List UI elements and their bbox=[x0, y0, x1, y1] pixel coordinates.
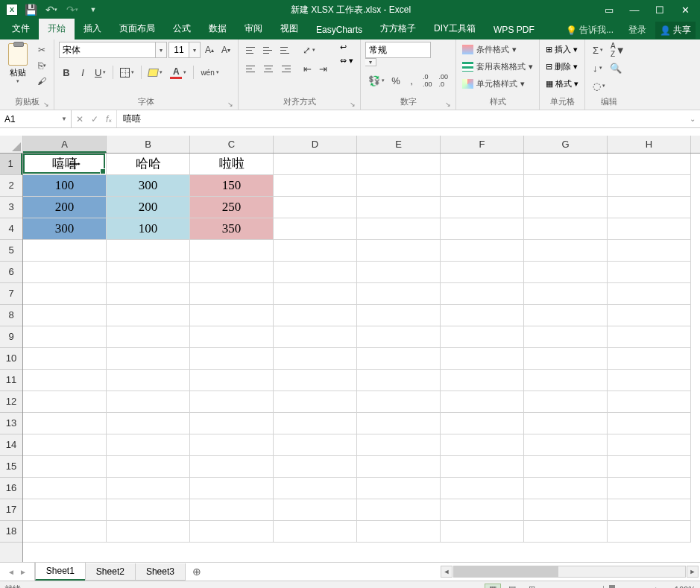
cell-G2[interactable] bbox=[524, 175, 608, 197]
cell-H9[interactable] bbox=[608, 326, 691, 348]
sort-filter-button[interactable]: AZ▼ bbox=[608, 42, 628, 58]
cell-H6[interactable] bbox=[608, 262, 691, 283]
close-button[interactable]: ✕ bbox=[673, 1, 697, 18]
cell-F11[interactable] bbox=[441, 370, 524, 391]
cell-A15[interactable] bbox=[23, 456, 107, 478]
delete-cells-button[interactable]: ⊟删除▾ bbox=[544, 59, 579, 75]
row-header-12[interactable]: 12 bbox=[0, 391, 22, 413]
format-painter-button[interactable]: 🖌 bbox=[34, 75, 49, 88]
cell-F2[interactable] bbox=[441, 175, 524, 197]
cell-B13[interactable] bbox=[107, 413, 190, 434]
cell-E7[interactable] bbox=[357, 283, 441, 305]
page-break-view-button[interactable]: ⊞ bbox=[523, 584, 540, 589]
row-header-15[interactable]: 15 bbox=[0, 456, 22, 478]
orientation-button[interactable]: ⤢▾ bbox=[300, 42, 318, 58]
cell-H8[interactable] bbox=[608, 305, 691, 326]
number-format-combo[interactable]: ▾ bbox=[365, 42, 431, 66]
cell-D4[interactable] bbox=[274, 218, 357, 240]
merge-center-button[interactable]: ⇔▾ bbox=[338, 55, 356, 66]
new-sheet-button[interactable]: ⊕ bbox=[185, 563, 209, 581]
row-header-13[interactable]: 13 bbox=[0, 413, 22, 434]
zoom-level[interactable]: 160% bbox=[666, 585, 696, 589]
column-header-B[interactable]: B bbox=[107, 136, 190, 153]
cell-A6[interactable] bbox=[23, 262, 107, 283]
cell-D3[interactable] bbox=[274, 197, 357, 218]
cells-area[interactable]: 嘻嘻哈哈啦啦100300150200200250300100350 bbox=[23, 154, 700, 562]
cell-E4[interactable] bbox=[357, 218, 441, 240]
align-bottom-button[interactable] bbox=[277, 42, 294, 58]
increase-decimal-button[interactable]: .0.00 bbox=[420, 72, 435, 89]
cell-F9[interactable] bbox=[441, 326, 524, 348]
cell-F18[interactable] bbox=[441, 521, 524, 543]
cell-B1[interactable]: 哈哈 bbox=[107, 154, 190, 175]
undo-button[interactable]: ↶▾ bbox=[43, 1, 60, 18]
row-header-7[interactable]: 7 bbox=[0, 283, 22, 305]
cell-B14[interactable] bbox=[107, 434, 190, 456]
cell-C11[interactable] bbox=[190, 370, 274, 391]
cell-B3[interactable]: 200 bbox=[107, 197, 190, 218]
cell-F12[interactable] bbox=[441, 391, 524, 413]
cell-H10[interactable] bbox=[608, 348, 691, 370]
expand-formula-bar-button[interactable]: ⌄ bbox=[685, 110, 700, 127]
cell-E5[interactable] bbox=[357, 240, 441, 262]
cell-G13[interactable] bbox=[524, 413, 608, 434]
cell-F7[interactable] bbox=[441, 283, 524, 305]
underline-button[interactable]: U▾ bbox=[92, 64, 109, 80]
italic-button[interactable]: I bbox=[75, 64, 90, 80]
cell-A17[interactable] bbox=[23, 499, 107, 521]
save-button[interactable]: 💾 bbox=[22, 1, 39, 18]
cell-E1[interactable] bbox=[357, 154, 441, 175]
cell-A8[interactable] bbox=[23, 305, 107, 326]
tab-insert[interactable]: 插入 bbox=[75, 19, 110, 39]
cell-C1[interactable]: 啦啦 bbox=[190, 154, 274, 175]
cell-A9[interactable] bbox=[23, 326, 107, 348]
row-header-9[interactable]: 9 bbox=[0, 326, 22, 348]
cell-A11[interactable] bbox=[23, 370, 107, 391]
number-launcher[interactable]: ↘ bbox=[445, 101, 451, 108]
column-header-A[interactable]: A bbox=[23, 136, 107, 153]
cell-F6[interactable] bbox=[441, 262, 524, 283]
cell-E15[interactable] bbox=[357, 456, 441, 478]
cell-D1[interactable] bbox=[274, 154, 357, 175]
align-center-button[interactable] bbox=[260, 60, 277, 77]
cell-G10[interactable] bbox=[524, 348, 608, 370]
row-header-8[interactable]: 8 bbox=[0, 305, 22, 326]
cell-A7[interactable] bbox=[23, 283, 107, 305]
page-layout-view-button[interactable]: ▤ bbox=[504, 584, 520, 589]
login-button[interactable]: 登录 bbox=[622, 21, 652, 39]
cell-F16[interactable] bbox=[441, 478, 524, 499]
cell-D12[interactable] bbox=[274, 391, 357, 413]
share-button[interactable]: 👤共享 bbox=[655, 22, 696, 39]
column-header-E[interactable]: E bbox=[357, 136, 441, 153]
pinyin-button[interactable]: wén▾ bbox=[198, 64, 221, 80]
paste-button[interactable]: 粘贴 ▾ bbox=[4, 42, 31, 84]
cell-F14[interactable] bbox=[441, 434, 524, 456]
cell-H1[interactable] bbox=[608, 154, 691, 175]
cell-H2[interactable] bbox=[608, 175, 691, 197]
fill-button[interactable]: ↓▾ bbox=[590, 60, 605, 76]
row-header-4[interactable]: 4 bbox=[0, 218, 22, 240]
cell-F10[interactable] bbox=[441, 348, 524, 370]
name-box-dropdown[interactable]: ▼ bbox=[58, 116, 70, 122]
row-header-18[interactable]: 18 bbox=[0, 521, 22, 543]
row-header-2[interactable]: 2 bbox=[0, 175, 22, 197]
cell-D11[interactable] bbox=[274, 370, 357, 391]
cell-G5[interactable] bbox=[524, 240, 608, 262]
cell-C14[interactable] bbox=[190, 434, 274, 456]
align-left-button[interactable] bbox=[243, 60, 259, 77]
increase-font-button[interactable]: A▴ bbox=[202, 42, 217, 58]
font-color-button[interactable]: A▾ bbox=[167, 64, 189, 80]
cell-E2[interactable] bbox=[357, 175, 441, 197]
cell-G4[interactable] bbox=[524, 218, 608, 240]
select-all-button[interactable] bbox=[0, 136, 23, 154]
row-header-5[interactable]: 5 bbox=[0, 240, 22, 262]
name-box-input[interactable] bbox=[0, 114, 58, 124]
cell-A3[interactable]: 200 bbox=[23, 197, 107, 218]
minimize-button[interactable]: — bbox=[622, 1, 646, 18]
sheet-nav-last[interactable]: ► bbox=[19, 568, 27, 576]
row-header-10[interactable]: 10 bbox=[0, 348, 22, 370]
cell-G17[interactable] bbox=[524, 499, 608, 521]
cell-E16[interactable] bbox=[357, 478, 441, 499]
zoom-out-button[interactable]: − bbox=[543, 585, 556, 589]
scroll-track[interactable] bbox=[453, 566, 686, 578]
